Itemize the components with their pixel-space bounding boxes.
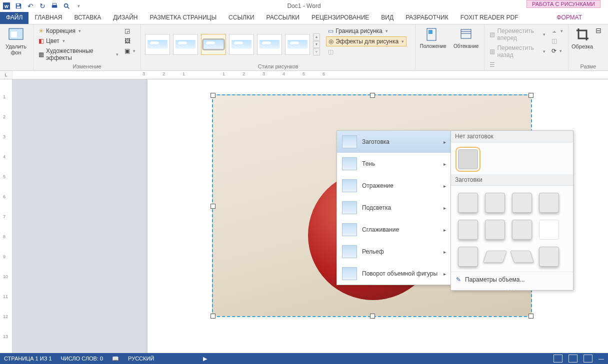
resize-grip-icon[interactable]: ···· (451, 287, 573, 290)
preview-icon[interactable] (62, 1, 71, 10)
chevron-right-icon: ▸ (444, 249, 446, 255)
preset-none[interactable] (458, 149, 478, 169)
tab-home[interactable]: ГЛАВНАЯ (28, 12, 68, 24)
tab-review[interactable]: РЕЦЕНЗИРОВАНИЕ (306, 12, 375, 24)
height-icon[interactable]: ⊟ (596, 26, 602, 34)
view-read-icon[interactable] (554, 355, 562, 363)
preset-item[interactable] (485, 193, 505, 213)
position-button[interactable]: Положение (418, 26, 448, 69)
preset-item[interactable] (458, 247, 478, 267)
view-print-icon[interactable] (568, 355, 578, 363)
picture-effects-button[interactable]: ◎Эффекты для рисунка▾ (326, 36, 406, 46)
change-picture-icon[interactable]: 🖼 (122, 36, 138, 45)
tab-references[interactable]: ССЫЛКИ (222, 12, 260, 24)
view-web-icon[interactable] (584, 355, 592, 363)
style-thumb-selected[interactable] (201, 34, 226, 55)
reset-picture-icon[interactable]: ▣▾ (122, 46, 138, 55)
menu-3drotation[interactable]: Поворот объемной фигуры▸ (337, 263, 451, 285)
menu-soft-label: Сглаживание (362, 226, 399, 233)
crop-button[interactable]: Обрезка (572, 26, 594, 62)
tab-view[interactable]: ВИД (375, 12, 400, 24)
preset-none-header: Нет заготовок (451, 131, 573, 142)
redo-icon[interactable]: ↻ (38, 1, 47, 10)
remove-background-button[interactable]: Удалить фон (3, 26, 29, 69)
page-area[interactable]: Заготовка▸ Тень▸ Отражение▸ Подсветка▸ С… (12, 79, 608, 357)
resize-handle[interactable] (210, 93, 216, 98)
wrap-text-button[interactable]: Обтекание (452, 26, 480, 69)
undo-icon[interactable]: ↶ (26, 1, 35, 10)
tab-design[interactable]: ДИЗАЙН (107, 12, 144, 24)
menu-softedges[interactable]: Сглаживание▸ (337, 219, 451, 241)
status-page[interactable]: СТРАНИЦА 1 ИЗ 1 (4, 356, 52, 362)
picture-effects-label: Эффекты для рисунка (336, 38, 398, 45)
save-icon[interactable] (14, 1, 23, 10)
preset-item[interactable] (539, 247, 559, 267)
resize-handle[interactable] (528, 314, 534, 319)
ribbon: Удалить фон ☀Коррекция▾ ◧Цвет▾ ▦Художест… (0, 24, 608, 71)
resize-handle[interactable] (370, 314, 375, 319)
preset-options[interactable]: ✎ Параметры объема... (451, 272, 573, 287)
picture-style-gallery[interactable]: ▴▾▿ (144, 26, 321, 62)
tab-file[interactable]: ФАЙЛ (0, 12, 28, 24)
ruler-vertical: 123 456 789 101112 13 (0, 79, 12, 357)
tab-developer[interactable]: РАЗРАБОТЧИК (400, 12, 454, 24)
status-proofing-icon[interactable]: 📖 (112, 356, 119, 362)
status-macro-icon[interactable]: ▶ (203, 356, 207, 362)
tab-mailings[interactable]: РАССЫЛКИ (260, 12, 306, 24)
gallery-more[interactable]: ▴▾▿ (313, 33, 320, 56)
menu-bevel-label: Рельеф (362, 248, 384, 255)
preset-item[interactable] (510, 251, 534, 263)
style-thumb[interactable] (285, 34, 310, 55)
status-language[interactable]: РУССКИЙ (128, 356, 154, 362)
document-title: Doc1 - Word (0, 2, 608, 9)
color-button[interactable]: ◧Цвет▾ (36, 36, 120, 45)
selection-icon: ☰ (490, 61, 495, 68)
bring-forward-icon: ▤ (490, 31, 495, 38)
tab-insert[interactable]: ВСТАВКА (68, 12, 107, 24)
tab-layout[interactable]: РАЗМЕТКА СТРАНИЦЫ (144, 12, 223, 24)
status-words[interactable]: ЧИСЛО СЛОВ: 0 (61, 356, 104, 362)
color-label: Цвет (46, 37, 60, 44)
menu-shadow[interactable]: Тень▸ (337, 153, 451, 175)
tab-foxit[interactable]: FOXIT READER PDF (454, 12, 524, 24)
menu-preset[interactable]: Заготовка▸ (337, 131, 451, 153)
style-thumb[interactable] (145, 34, 170, 55)
rotate-icon[interactable]: ⟳▾ (550, 46, 565, 55)
preset-item[interactable] (458, 193, 478, 213)
statusbar: СТРАНИЦА 1 ИЗ 1 ЧИСЛО СЛОВ: 0 📖 РУССКИЙ … (0, 353, 608, 364)
picture-border-button[interactable]: ▭Граница рисунка▾ (326, 26, 406, 35)
chevron-right-icon: ▸ (444, 227, 446, 233)
group-icon[interactable]: ◫ (550, 36, 565, 45)
preset-item[interactable] (539, 193, 559, 213)
preset-item[interactable] (458, 220, 478, 240)
corrections-button[interactable]: ☀Коррекция▾ (36, 26, 120, 35)
style-thumb[interactable] (229, 34, 254, 55)
qat-more-icon[interactable]: ▾ (74, 1, 83, 10)
resize-handle[interactable] (528, 93, 534, 98)
preset-item[interactable] (539, 220, 559, 240)
artistic-effects-button[interactable]: ▦Художественные эффекты▾ (36, 46, 120, 62)
resize-handle[interactable] (210, 204, 216, 209)
align-icon[interactable]: ⫠▾ (550, 26, 565, 35)
menu-glow[interactable]: Подсветка▸ (337, 197, 451, 219)
preset-item[interactable] (512, 220, 532, 240)
menu-bevel[interactable]: Рельеф▸ (337, 241, 451, 263)
quick-print-icon[interactable] (50, 1, 59, 10)
svg-rect-4 (52, 5, 58, 7)
glow-icon (342, 201, 357, 214)
preset-item[interactable] (483, 251, 507, 263)
resize-handle[interactable] (370, 93, 375, 98)
send-backward-button[interactable]: ▥Переместить назад▾ (488, 43, 547, 59)
style-thumb[interactable] (173, 34, 198, 55)
preset-item[interactable] (485, 220, 505, 240)
selection-pane-button[interactable]: ☰ (488, 60, 547, 69)
menu-reflection[interactable]: Отражение▸ (337, 175, 451, 197)
bring-forward-button[interactable]: ▤Переместить вперед▾ (488, 26, 547, 42)
picture-layout-button[interactable]: ◫ (326, 47, 406, 56)
compress-icon[interactable]: ◲ (122, 26, 138, 35)
tab-format[interactable]: ФОРМАТ (542, 12, 597, 24)
resize-handle[interactable] (210, 314, 216, 319)
zoom-out-icon[interactable]: — (598, 356, 604, 362)
style-thumb[interactable] (257, 34, 282, 55)
preset-item[interactable] (512, 193, 532, 213)
